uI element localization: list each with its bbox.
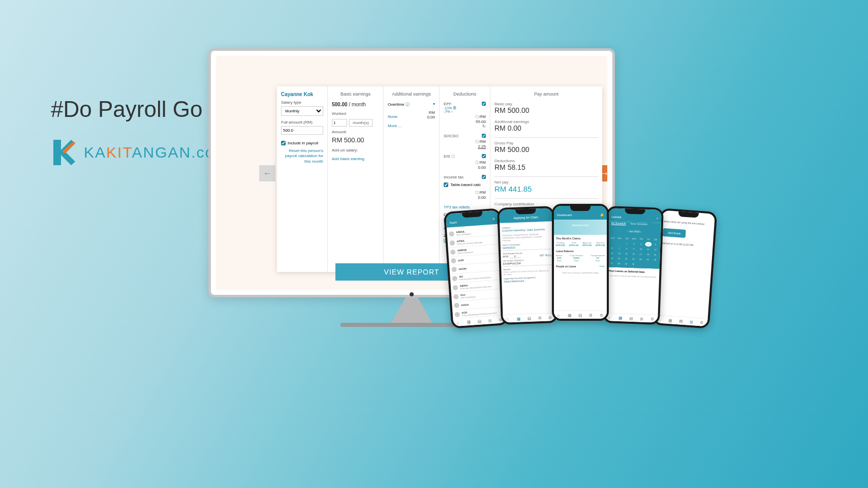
calendar-day[interactable]: 15 — [623, 251, 630, 256]
more-earnings-link[interactable]: More ... — [388, 124, 435, 128]
logo-text: KAKITANGAN.com — [84, 144, 228, 161]
calendar-day[interactable]: 28 — [615, 261, 622, 266]
my-schedule-tab[interactable]: My Schedule — [611, 221, 626, 225]
full-amount-input[interactable] — [281, 126, 323, 135]
calendar-day[interactable] — [644, 262, 651, 267]
deductions-label: Deductions — [494, 159, 598, 163]
amount-label: Amount: — [332, 130, 379, 134]
pay-amount-header: Pay amount — [494, 92, 598, 97]
calendar-day[interactable]: 26 — [652, 257, 658, 262]
calendar-day[interactable]: 2 — [631, 241, 637, 246]
clock-in-time: started on 0 at 09:12:32 PM — [660, 239, 713, 250]
calendar-day[interactable]: 22 — [623, 256, 630, 261]
worked-input[interactable] — [332, 119, 347, 127]
bell-icon[interactable]: 🔔 — [600, 213, 604, 217]
gross-pay-value: RM 500.00 — [494, 145, 598, 154]
calendar-day[interactable]: 4 — [645, 242, 652, 247]
calendar-day[interactable]: 3 — [638, 241, 644, 246]
epf-label: EPF — [444, 102, 486, 106]
avatar-icon — [449, 231, 454, 236]
dashboard-title: Dashboard — [557, 214, 572, 217]
reset-calculation-link[interactable]: Reset this person's payroll calculation … — [281, 148, 323, 164]
calendar-day[interactable]: 12 — [652, 247, 659, 252]
avatar-icon — [451, 267, 457, 272]
calendar-day[interactable]: 11 — [645, 247, 652, 252]
calendar-day[interactable]: 9 — [630, 247, 637, 251]
table-calc-checkbox[interactable] — [444, 182, 448, 187]
claim-stat: RejectedMYR 0.00 — [596, 241, 605, 247]
eis-checkbox[interactable] — [482, 154, 486, 158]
avatar-icon — [453, 285, 458, 290]
avatar-icon — [452, 276, 457, 281]
calendar-day[interactable]: 8 — [623, 246, 630, 251]
phone-dashboard: Dashboard🔔 Welcome Onur This Month's Cla… — [552, 204, 609, 321]
calendar-day[interactable]: 5 — [652, 242, 659, 247]
calendar-day[interactable]: 14 — [616, 251, 623, 256]
calendar-day[interactable]: 27 — [608, 261, 615, 265]
overtime-none[interactable]: None — [388, 114, 397, 119]
calendar-day[interactable]: 17 — [637, 252, 644, 256]
calendar-day[interactable]: 23 — [630, 257, 637, 261]
avatar-icon — [454, 312, 460, 317]
deductions-header: Deductions — [444, 92, 486, 97]
search-icon[interactable]: 🔍 — [492, 218, 496, 221]
epf-checkbox[interactable] — [482, 102, 486, 106]
bottom-nav[interactable]: ⌂▦▤⊞⚙ — [655, 315, 708, 326]
calendar-day[interactable]: 10 — [637, 247, 644, 251]
avatar-icon — [451, 258, 456, 264]
calendar-day[interactable]: 20 — [608, 256, 615, 260]
calendar-day[interactable]: 30 — [630, 262, 636, 266]
calendar-day[interactable]: 24 — [637, 257, 644, 261]
leaves-title: Leaves — [611, 215, 622, 219]
calendar-day[interactable]: 18 — [644, 252, 651, 257]
avatar-icon — [453, 294, 459, 299]
calendar-day[interactable] — [609, 240, 615, 245]
socso-label: SOCSO — [444, 134, 486, 138]
include-payroll-checkbox[interactable] — [281, 141, 286, 145]
salary-type-select[interactable]: Monthly — [281, 106, 323, 116]
team-title: Team — [449, 221, 457, 224]
start-break-button[interactable]: Start Break — [663, 228, 686, 238]
eis-label: EIS ⓘ — [444, 154, 486, 159]
phone-leaves: Leaves+ My ScheduleTeam Schedule ‹ Jun 2… — [603, 206, 664, 325]
prev-arrow[interactable]: ← — [259, 165, 275, 181]
brand-logo: KAKITANGAN.com — [51, 137, 228, 168]
include-payroll-label: Include in payroll — [288, 141, 318, 145]
income-tax-checkbox[interactable] — [482, 175, 486, 179]
bottom-nav[interactable]: ⌂▦▤⊞⚙ — [503, 313, 555, 323]
calendar-day[interactable]: 7 — [616, 246, 623, 251]
calendar-day[interactable] — [637, 262, 643, 266]
net-pay-label: Net pay — [494, 180, 598, 185]
calendar-day[interactable]: 1 — [624, 241, 630, 246]
add-icon[interactable]: + — [657, 217, 659, 220]
income-tax-label: Income tax — [444, 175, 486, 179]
set-null-button[interactable]: SET NULL — [539, 253, 551, 257]
leave-stat: Carry Forward0.5/0.5Days — [570, 254, 583, 262]
logo-icon — [51, 137, 76, 168]
additional-earnings-label: Additional earnings — [494, 119, 598, 124]
team-schedule-tab[interactable]: Team Schedule — [630, 222, 648, 226]
basic-pay-label: Basic pay — [494, 102, 598, 106]
employee-name: Cayanne Kok — [281, 92, 323, 97]
socso-checkbox[interactable] — [482, 134, 486, 138]
addon-salary-label: Add-on salary: — [332, 148, 379, 152]
calendar-day[interactable]: 29 — [623, 261, 629, 266]
calendar-day[interactable]: 13 — [609, 251, 615, 255]
calendar-day[interactable] — [616, 241, 623, 246]
bottom-nav[interactable]: ⌂▦▤⊞⚙ — [554, 311, 607, 319]
add-basic-earning-link[interactable]: Add basic earning — [332, 157, 379, 161]
avatar-icon — [450, 240, 455, 246]
claim-stat: PaidMYR 0.00 — [569, 241, 578, 247]
calendar-day[interactable]: 25 — [644, 257, 651, 262]
calendar-day[interactable]: 21 — [615, 256, 622, 261]
gross-pay-label: Gross Pay — [494, 141, 598, 145]
worked-unit: month(s) — [349, 119, 373, 127]
avatar-icon — [450, 249, 456, 255]
worked-label: Worked: — [332, 111, 379, 116]
calendar-day[interactable]: 19 — [652, 252, 658, 257]
calendar-day[interactable]: 16 — [630, 252, 637, 256]
salary-type-label: Salary type — [281, 100, 323, 105]
calendar-day[interactable] — [652, 262, 658, 267]
calendar-day[interactable]: 6 — [609, 246, 615, 250]
bottom-nav[interactable]: ⌂▦▤⊞⚙ — [605, 313, 658, 323]
